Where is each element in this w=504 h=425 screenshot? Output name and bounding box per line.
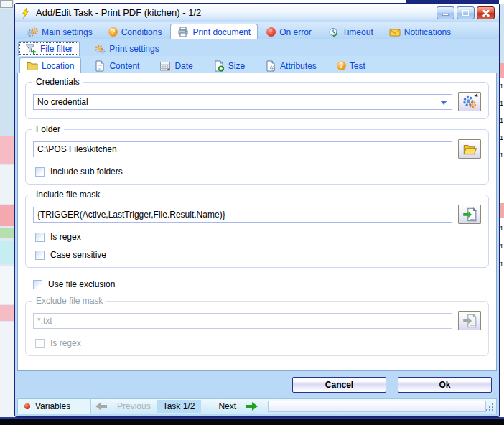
bg-row-number: 1 — [500, 83, 503, 90]
credential-combobox[interactable]: No credential — [33, 94, 452, 110]
checkbox-box[interactable] — [35, 167, 45, 177]
bg-row-number: 1 — [500, 152, 503, 159]
checkbox-box[interactable] — [35, 251, 45, 260]
bg-segment — [0, 228, 14, 238]
tab-date[interactable]: Date — [152, 57, 200, 73]
exclude-file-mask-group: Exclude file mask Is regex — [25, 301, 489, 356]
timeout-icon — [327, 27, 339, 38]
document-icon — [94, 60, 106, 72]
checkbox-box[interactable] — [35, 339, 45, 348]
bg-segment — [0, 305, 14, 321]
credentials-group-label: Credentials — [32, 77, 83, 87]
bg-segment — [0, 205, 14, 226]
previous-button[interactable]: Previous — [111, 401, 157, 411]
tab-label: Size — [228, 61, 245, 71]
tab-label: Print document — [192, 27, 251, 37]
credential-combobox-value: No credential — [37, 97, 88, 107]
ok-button[interactable]: Ok — [398, 377, 492, 393]
document-gear-icon — [265, 60, 276, 72]
variables-panel[interactable]: Variables — [18, 399, 91, 414]
tab-print-settings[interactable]: Print settings — [87, 41, 166, 56]
question-badge-icon: ? — [337, 61, 346, 70]
tab-notifications[interactable]: Notifications — [382, 24, 458, 39]
background-element — [0, 0, 13, 8]
case-sensitive-checkbox[interactable]: Case sensitive — [35, 250, 481, 260]
bg-segment — [0, 322, 14, 419]
tab-conditions[interactable]: ? Conditions — [101, 24, 169, 39]
include-file-mask-group-label: Include file mask — [32, 190, 103, 200]
next-arrow-icon[interactable] — [246, 402, 258, 411]
cancel-button[interactable]: Cancel — [292, 377, 386, 393]
folder-path-input[interactable] — [33, 141, 452, 157]
tab-label: Main settings — [42, 27, 93, 37]
tab-timeout[interactable]: Timeout — [320, 24, 381, 39]
maximize-glyph — [462, 10, 469, 16]
credentials-group: Credentials No credential — [25, 82, 489, 119]
include-file-mask-input[interactable] — [33, 207, 452, 223]
checkbox-box[interactable] — [35, 233, 45, 242]
checkbox-box[interactable] — [33, 280, 42, 289]
manage-credentials-button[interactable] — [458, 92, 481, 111]
tab-test[interactable]: ? Test — [330, 57, 373, 73]
include-is-regex-checkbox[interactable]: Is regex — [35, 232, 481, 242]
titlebar[interactable]: Add/Edit Task - Print PDF (kitchen) - 1/… — [15, 4, 499, 22]
tab-print-document[interactable]: Print document — [170, 24, 258, 39]
background-window-sliver-right: 1 1 1 1 1 1 1 1 — [499, 0, 504, 425]
question-badge-icon: ? — [108, 27, 118, 37]
gears-icon — [27, 27, 38, 38]
bg-row-number: 1 — [500, 225, 503, 232]
window-title: Add/Edit Task - Print PDF (kitchen) - 1/… — [36, 7, 432, 18]
status-bar: Variables Previous Task 1/2 Next — [17, 398, 497, 414]
filter-icon — [25, 43, 37, 55]
tab-label: Test — [350, 61, 365, 71]
location-panel: Credentials No credential Folder — [17, 73, 497, 371]
minimize-button[interactable] — [437, 6, 454, 19]
checkbox-label: Include sub folders — [50, 167, 123, 177]
next-button[interactable]: Next — [213, 401, 242, 411]
maximize-button[interactable] — [457, 6, 475, 19]
screen: 1 1 1 1 1 1 1 1 Add/Edit Task - Print PD… — [0, 0, 504, 425]
bg-segment — [0, 9, 14, 136]
bg-row-number: 1 — [500, 118, 503, 124]
minimize-glyph — [442, 14, 449, 16]
bg-segment — [0, 241, 14, 264]
folder-group: Folder Include sub folders — [25, 129, 489, 185]
use-file-exclusion-checkbox[interactable]: Use file exclusion — [33, 279, 490, 289]
bg-row-number: 1 — [500, 243, 503, 250]
resize-grip[interactable] — [492, 409, 493, 411]
tab-label: On error — [279, 27, 312, 37]
exclude-file-mask-group-label: Exclude file mask — [32, 296, 106, 306]
close-button[interactable] — [477, 6, 495, 19]
tab-content[interactable]: Content — [87, 57, 146, 73]
bg-segment — [0, 165, 14, 204]
document-plus-icon — [213, 60, 225, 72]
include-sub-folders-checkbox[interactable]: Include sub folders — [35, 167, 481, 177]
bg-segment — [0, 136, 14, 164]
background-bottom-strip — [0, 419, 504, 425]
tab-location[interactable]: Location — [19, 57, 81, 73]
tab-label: Print settings — [109, 44, 159, 54]
error-badge-icon: ! — [266, 27, 276, 37]
tab-size[interactable]: Size — [206, 57, 252, 73]
lightning-icon — [19, 6, 32, 19]
browse-folder-button[interactable] — [458, 139, 481, 159]
tab-file-filter[interactable]: File filter — [18, 41, 80, 56]
tab-attributes[interactable]: Attributes — [258, 57, 324, 73]
calendar-icon — [159, 60, 171, 72]
include-file-mask-group: Include file mask Is regex Case sensitiv… — [25, 195, 489, 268]
open-folder-icon — [462, 142, 477, 157]
bg-segment — [499, 203, 504, 218]
exclude-is-regex-checkbox[interactable]: Is regex — [35, 338, 481, 348]
mail-icon — [389, 27, 401, 38]
tab-label: Attributes — [280, 61, 317, 71]
tab-on-error[interactable]: ! On error — [259, 24, 319, 39]
tab-main-settings[interactable]: Main settings — [19, 24, 100, 39]
tab-label: Location — [42, 61, 74, 71]
exclude-file-mask-input[interactable] — [33, 313, 452, 329]
chevron-down-icon[interactable] — [440, 101, 447, 108]
previous-arrow-icon[interactable] — [95, 402, 107, 411]
insert-variable-button[interactable] — [458, 205, 481, 224]
red-dot-icon — [24, 403, 30, 409]
insert-variable-button-disabled[interactable] — [458, 311, 481, 330]
bg-segment — [499, 4, 504, 63]
